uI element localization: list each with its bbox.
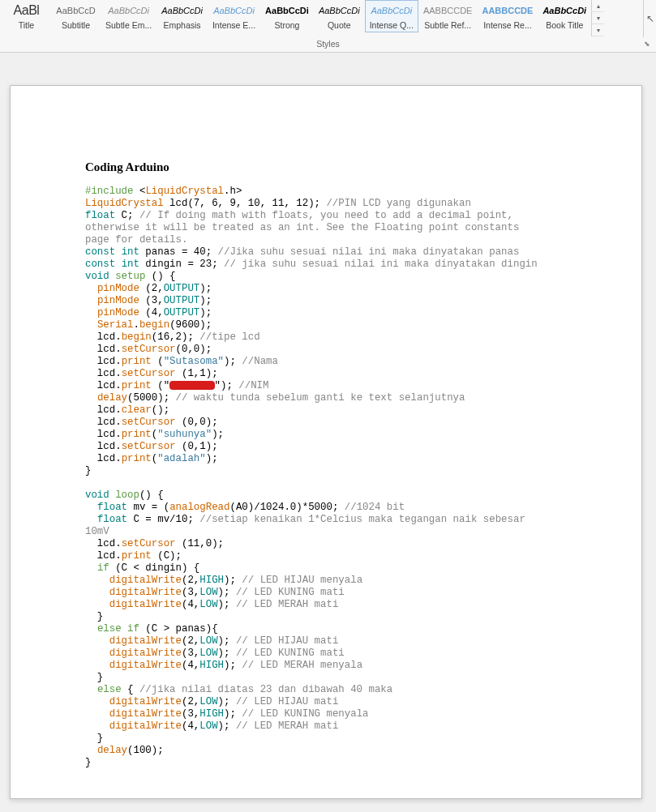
code-line: digitalWrite(2,LOW); // LED HIJAU mati	[85, 635, 612, 647]
style-intense-reference[interactable]: AABBCCDEIntense Re...	[477, 0, 538, 32]
document-heading: Coding Arduino	[85, 160, 612, 174]
code-line: lcd.begin(16,2); //tipe lcd	[85, 331, 612, 344]
code-line: digitalWrite(4,HIGH); // LED MERAH menya…	[85, 660, 612, 672]
code-line: lcd.print (" "); //NIM	[85, 380, 612, 392]
code-line: pinMode (4,OUTPUT);	[85, 307, 612, 319]
code-line: }	[85, 733, 612, 745]
styles-scroll-down[interactable]: ▾	[592, 12, 604, 24]
ribbon: AaBlTitleAaBbCcDSubtitleAaBbCcDiSubtle E…	[0, 0, 656, 53]
style-subtle-reference[interactable]: AABBCCDESubtle Ref...	[418, 0, 478, 32]
style-preview: AaBbCcDi	[265, 2, 309, 19]
code-line: if (C < dingin) {	[85, 562, 612, 575]
code-line: float mv = (analogRead(A0)/1024.0)*5000;…	[85, 502, 612, 514]
code-line: page for details.	[85, 234, 612, 246]
code-line: digitalWrite(4,LOW); // LED MERAH mati	[85, 599, 612, 611]
style-subtle-emphasis[interactable]: AaBbCcDiSubtle Em...	[101, 0, 156, 32]
style-preview: AABBCCDE	[423, 2, 473, 19]
style-label: Book Title	[542, 20, 586, 30]
code-block: #include <LiquidCrystal.h>LiquidCrystal …	[85, 186, 612, 769]
styles-group-label: Styles ⬊	[0, 36, 656, 52]
code-line: lcd.print("suhunya");	[85, 429, 612, 441]
code-line: 10mV	[85, 526, 612, 538]
code-line: digitalWrite(3,LOW); // LED KUNING mati	[85, 587, 612, 599]
style-strong[interactable]: AaBbCcDiStrong	[260, 0, 314, 32]
style-label: Intense Q...	[370, 20, 414, 30]
code-line: lcd.setCursor (1,1);	[85, 368, 612, 380]
code-line: Serial.begin(9600);	[85, 319, 612, 331]
style-preview: AaBbCcD	[56, 2, 96, 19]
style-preview: AaBbCcDi	[542, 2, 586, 19]
style-label: Subtle Em...	[105, 20, 152, 30]
style-label: Intense E...	[212, 20, 255, 30]
code-line: pinMode (2,OUTPUT);	[85, 283, 612, 295]
style-preview: AaBbCcDi	[161, 2, 203, 19]
style-preview: AaBbCcDi	[212, 2, 255, 19]
code-line: }	[85, 672, 612, 684]
styles-gallery: AaBlTitleAaBbCcDSubtitleAaBbCcDiSubtle E…	[0, 0, 656, 36]
code-line: float C = mv/10; //setiap kenaikan 1*Cel…	[85, 514, 612, 526]
code-line: otherwise it will be treated as an int. …	[85, 222, 612, 234]
code-line: delay(5000); // waktu tunda sebelum gant…	[85, 392, 612, 404]
code-line: else if (C > panas){	[85, 623, 612, 635]
style-preview: AaBl	[6, 2, 46, 19]
code-line: lcd.clear();	[85, 404, 612, 417]
code-line: lcd.setCursor (0,0);	[85, 417, 612, 429]
redacted-text	[169, 381, 214, 390]
style-emphasis[interactable]: AaBbCcDiEmphasis	[156, 0, 208, 32]
code-line: lcd.setCursor (0,1);	[85, 441, 612, 453]
code-line: digitalWrite(2,HIGH); // LED HIJAU menya…	[85, 575, 612, 587]
code-line: delay(100);	[85, 745, 612, 757]
code-line: const int dingin = 23; // jika suhu sesu…	[85, 259, 612, 271]
style-label: Intense Re...	[482, 20, 533, 30]
code-line: lcd.print (C);	[85, 550, 612, 562]
style-label: Title	[6, 20, 46, 30]
code-line: lcd.print ("Sutasoma"); //Nama	[85, 356, 612, 368]
styles-scrollbar: ▴ ▾ ▾	[591, 0, 604, 36]
code-line: void loop() {	[85, 489, 612, 502]
style-intense-quote[interactable]: AaBbCcDiIntense Q...	[365, 0, 418, 32]
code-line: }	[85, 757, 612, 769]
style-preview: AaBbCcDi	[105, 2, 152, 19]
styles-scroll-up[interactable]: ▴	[592, 0, 604, 12]
styles-expand[interactable]: ▾	[592, 24, 604, 36]
style-preview: AaBbCcDi	[370, 2, 414, 19]
code-line: digitalWrite(2,LOW); // LED HIJAU mati	[85, 696, 612, 708]
code-line: pinMode (3,OUTPUT);	[85, 295, 612, 307]
code-line: lcd.setCursor (11,0);	[85, 538, 612, 550]
code-line: digitalWrite(4,LOW); // LED MERAH mati	[85, 720, 612, 733]
document-workspace: Coding Arduino #include <LiquidCrystal.h…	[0, 53, 656, 799]
style-title[interactable]: AaBlTitle	[2, 0, 51, 32]
code-line: void setup () {	[85, 271, 612, 283]
style-label: Subtitle	[56, 20, 96, 30]
styles-dialog-launcher-icon[interactable]: ⬊	[641, 37, 653, 49]
code-line: #include <LiquidCrystal.h>	[85, 186, 612, 198]
style-preview: AaBbCcDi	[319, 2, 360, 19]
code-line: else { //jika nilai diatas 23 dan dibawa…	[85, 684, 612, 696]
code-line: }	[85, 465, 612, 477]
style-label: Emphasis	[161, 20, 203, 30]
code-line	[85, 477, 612, 489]
code-line: lcd.setCursor(0,0);	[85, 344, 612, 356]
code-line: }	[85, 611, 612, 623]
style-preview: AABBCCDE	[482, 2, 533, 19]
code-line: LiquidCrystal lcd(7, 6, 9, 10, 11, 12); …	[85, 198, 612, 210]
style-intense-emphasis[interactable]: AaBbCcDiIntense E...	[208, 0, 260, 32]
code-line: const int panas = 40; //Jika suhu sesuai…	[85, 246, 612, 259]
select-tool[interactable]: ↖	[643, 0, 656, 37]
code-line: digitalWrite(3,LOW); // LED KUNING mati	[85, 647, 612, 660]
code-line: digitalWrite(3,HIGH); // LED KUNING meny…	[85, 708, 612, 720]
style-label: Subtle Ref...	[423, 20, 473, 30]
code-line: float C; // If doing math with floats, y…	[85, 210, 612, 222]
style-label: Strong	[265, 20, 309, 30]
code-line: lcd.print("adalah");	[85, 453, 612, 465]
style-quote[interactable]: AaBbCcDiQuote	[314, 0, 365, 32]
style-label: Quote	[319, 20, 360, 30]
document-page[interactable]: Coding Arduino #include <LiquidCrystal.h…	[10, 85, 642, 799]
style-book-title[interactable]: AaBbCcDiBook Title	[538, 0, 591, 32]
style-subtitle[interactable]: AaBbCcDSubtitle	[51, 0, 101, 32]
